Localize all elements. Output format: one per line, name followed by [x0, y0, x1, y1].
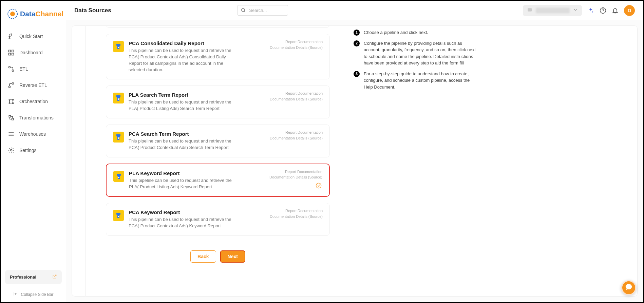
svg-point-9 [9, 86, 11, 88]
report-doc-link[interactable]: Report Documentation [270, 130, 323, 135]
top-right-controls: D [523, 5, 635, 16]
nav-transformations[interactable]: Transformations [1, 110, 66, 126]
workspace-icon [527, 7, 532, 14]
svg-point-25 [118, 137, 119, 139]
svg-rect-14 [9, 115, 11, 117]
plan-label: Professional [10, 274, 36, 280]
report-doc-link[interactable]: Report Documentation [270, 91, 323, 96]
main: Data Sources D [66, 1, 643, 302]
report-card[interactable]: PCA Keyword Report This pipeline can be … [106, 203, 330, 236]
report-doc-details-link[interactable]: Documentation Details (Source) [270, 135, 323, 141]
svg-point-23 [118, 98, 119, 100]
page-title: Data Sources [74, 7, 111, 14]
chat-fab[interactable] [621, 280, 636, 295]
nav-reverse-etl[interactable]: Reverse ETL [1, 77, 66, 93]
report-doc-link[interactable]: Report Documentation [270, 208, 323, 214]
bell-icon[interactable] [612, 7, 619, 14]
svg-rect-18 [528, 8, 532, 11]
plan-card[interactable]: Professional [5, 270, 62, 284]
check-circle-icon [316, 183, 322, 190]
logo-text: DataChannel [20, 10, 63, 18]
workspace-name-blurred [536, 8, 570, 13]
svg-rect-3 [12, 50, 14, 52]
source-icon [113, 93, 124, 103]
next-button[interactable]: Next [220, 250, 245, 263]
transform-icon [8, 114, 15, 121]
nav-label: Transformations [19, 115, 54, 120]
collapse-icon [13, 291, 18, 297]
report-links: Report Documentation Documentation Detai… [270, 91, 323, 102]
step-number: 1 [354, 30, 360, 36]
step-number: 3 [354, 71, 360, 77]
svg-point-21 [118, 47, 119, 48]
sparkle-icon[interactable] [587, 7, 594, 14]
nav-list: Quick Start Dashboard ETL Reverse ETL Or… [1, 25, 66, 270]
step-text: For a step-by-step guide to understand h… [364, 71, 479, 91]
report-desc: This pipeline can be used to request and… [129, 48, 237, 73]
nav-settings[interactable]: Settings [1, 142, 66, 158]
source-icon [113, 171, 124, 182]
nav-label: ETL [19, 66, 28, 72]
footer-buttons: Back Next [106, 250, 330, 263]
step-text: Configure the pipeline by providing deta… [364, 40, 479, 67]
brand-logo[interactable]: DataChannel [1, 1, 66, 25]
help-icon[interactable] [600, 7, 606, 14]
collapse-sidebar[interactable]: Collapse Side Bar [1, 288, 66, 302]
source-icon [113, 41, 124, 52]
report-doc-details-link[interactable]: Documentation Details (Source) [269, 174, 322, 180]
svg-point-1 [10, 12, 15, 16]
workspace-selector[interactable] [523, 5, 582, 16]
report-card-selected[interactable]: PLA Keyword Report This pipeline can be … [106, 164, 330, 197]
chevron-down-icon [573, 7, 578, 14]
report-card[interactable]: PLA Search Term Report This pipeline can… [106, 86, 330, 118]
logo-mark-icon [7, 8, 18, 19]
nav-warehouses[interactable]: Warehouses [1, 126, 66, 142]
gear-icon [8, 147, 15, 154]
report-links: Report Documentation Documentation Detai… [270, 208, 323, 219]
nav-label: Reverse ETL [19, 82, 47, 88]
svg-rect-2 [9, 50, 11, 52]
nav-label: Settings [19, 148, 37, 153]
report-doc-link[interactable]: Report Documentation [270, 39, 323, 45]
nav-etl[interactable]: ETL [1, 61, 66, 77]
search-box [237, 5, 288, 16]
step-number: 2 [354, 40, 360, 46]
svg-point-6 [9, 67, 11, 68]
orchestration-icon [8, 98, 15, 105]
svg-point-30 [118, 216, 119, 217]
report-doc-details-link[interactable]: Documentation Details (Source) [270, 96, 323, 102]
report-links: Report Documentation Documentation Detai… [270, 130, 323, 141]
avatar[interactable]: D [624, 5, 635, 16]
external-link-icon [52, 274, 57, 280]
nav-orchestration[interactable]: Orchestration [1, 93, 66, 110]
report-card[interactable]: PCA Search Term Report This pipeline can… [106, 125, 330, 157]
grid-icon [8, 49, 15, 56]
svg-rect-15 [12, 118, 14, 120]
back-button[interactable]: Back [190, 250, 216, 263]
nav-quick-start[interactable]: Quick Start [1, 28, 66, 44]
flow-icon [8, 65, 15, 72]
report-doc-details-link[interactable]: Documentation Details (Source) [270, 45, 323, 51]
report-doc-details-link[interactable]: Documentation Details (Source) [270, 214, 323, 220]
report-card[interactable]: PCA Consolidated Daily Report This pipel… [106, 34, 330, 79]
topbar: Data Sources D [66, 1, 643, 20]
step-text: Choose a pipeline and click next. [364, 29, 428, 36]
reverse-flow-icon [8, 82, 15, 89]
report-desc: This pipeline can be used to request and… [129, 138, 237, 151]
svg-point-13 [12, 102, 13, 103]
left-gutter [72, 25, 85, 297]
nav-label: Quick Start [19, 34, 43, 39]
nav-label: Warehouses [19, 131, 46, 137]
svg-rect-5 [12, 53, 14, 55]
nav-label: Orchestration [19, 99, 48, 104]
help-step: 2 Configure the pipeline by providing de… [354, 40, 479, 67]
sidebar: DataChannel Quick Start Dashboard ETL Re… [1, 1, 66, 302]
rocket-icon [8, 33, 15, 40]
svg-point-16 [11, 150, 12, 151]
search-icon [241, 7, 246, 14]
report-doc-link[interactable]: Report Documentation [269, 169, 322, 175]
help-column: 1 Choose a pipeline and click next. 2 Co… [330, 26, 479, 288]
report-card-prev[interactable] [106, 25, 330, 28]
help-step: 3 For a step-by-step guide to understand… [354, 71, 479, 91]
nav-dashboard[interactable]: Dashboard [1, 44, 66, 61]
